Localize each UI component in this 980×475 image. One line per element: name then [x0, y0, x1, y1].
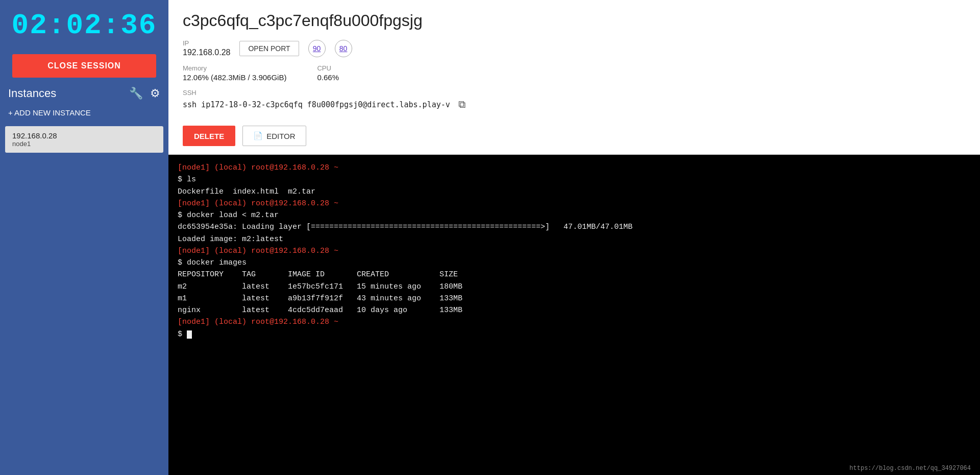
editor-button[interactable]: 📄 EDITOR: [242, 126, 306, 146]
instance-name: node1: [12, 140, 156, 148]
main-panel: c3pc6qfq_c3pc7enqf8u000fpgsjg IP 192.168…: [168, 0, 980, 475]
ssh-value: ssh ip172-18-0-32-c3pc6qfq f8u000fpgsj0@…: [183, 100, 450, 109]
terminal-line: nginx latest 4cdc5dd7eaad 10 days ago 13…: [178, 304, 971, 316]
ssh-label: SSH: [183, 89, 966, 97]
terminal[interactable]: [node1] (local) root@192.168.0.28 ~$ lsD…: [168, 155, 980, 475]
clock-display: 02:02:36: [0, 9, 168, 42]
terminal-line: dc653954e35a: Loading layer [===========…: [178, 221, 971, 233]
terminal-lines: [node1] (local) root@192.168.0.28 ~$ lsD…: [178, 162, 971, 340]
instance-title: c3pc6qfq_c3pc7enqf8u000fpgsjg: [183, 11, 966, 30]
terminal-line: [node1] (local) root@192.168.0.28 ~: [178, 245, 971, 257]
memory-block: Memory 12.06% (482.3MiB / 3.906GiB): [183, 64, 286, 82]
editor-icon: 📄: [253, 131, 263, 140]
add-new-instance-button[interactable]: + ADD NEW INSTANCE: [0, 105, 168, 123]
ip-row: IP 192.168.0.28 OPEN PORT 90 80: [183, 39, 966, 57]
terminal-line: $ docker images: [178, 257, 971, 269]
close-session-button[interactable]: CLOSE SESSION: [12, 54, 156, 78]
terminal-line: [node1] (local) root@192.168.0.28 ~: [178, 198, 971, 209]
terminal-line: $ ls: [178, 174, 971, 185]
terminal-line: REPOSITORY TAG IMAGE ID CREATED SIZE: [178, 269, 971, 280]
port-80-badge[interactable]: 80: [335, 40, 352, 57]
clock-area: 02:02:36: [0, 0, 168, 49]
memory-value: 12.06% (482.3MiB / 3.906GiB): [183, 73, 286, 82]
cpu-value: 0.66%: [317, 73, 339, 82]
settings-icon[interactable]: ⚙: [150, 87, 160, 100]
instance-item[interactable]: 192.168.0.28 node1: [5, 126, 163, 153]
info-panel: c3pc6qfq_c3pc7enqf8u000fpgsjg IP 192.168…: [168, 0, 980, 155]
terminal-line: [node1] (local) root@192.168.0.28 ~: [178, 162, 971, 174]
instance-ip: 192.168.0.28: [12, 131, 156, 140]
instances-header: Instances 🔧 ⚙: [0, 78, 168, 105]
editor-label: EDITOR: [266, 132, 295, 140]
instances-icons: 🔧 ⚙: [129, 87, 160, 100]
terminal-line: $ docker load < m2.tar: [178, 209, 971, 221]
instances-label: Instances: [8, 87, 56, 100]
ip-block: IP 192.168.0.28: [183, 39, 230, 57]
ip-value: 192.168.0.28: [183, 48, 230, 57]
copy-button[interactable]: ⧉: [455, 98, 469, 111]
ssh-value-row: ssh ip172-18-0-32-c3pc6qfq f8u000fpgsj0@…: [183, 98, 966, 111]
memory-label: Memory: [183, 64, 286, 72]
metrics-row: Memory 12.06% (482.3MiB / 3.906GiB) CPU …: [183, 64, 966, 82]
port-90-badge[interactable]: 90: [308, 40, 326, 57]
cursor: [187, 330, 192, 339]
terminal-footer: https://blog.csdn.net/qq_34927064: [849, 465, 971, 472]
terminal-line: m2 latest 1e57bc5fc171 15 minutes ago 18…: [178, 281, 971, 293]
ip-label: IP: [183, 39, 230, 47]
wrench-icon[interactable]: 🔧: [129, 87, 143, 100]
cpu-label: CPU: [317, 64, 339, 72]
sidebar: 02:02:36 CLOSE SESSION Instances 🔧 ⚙ + A…: [0, 0, 168, 475]
terminal-line: [node1] (local) root@192.168.0.28 ~: [178, 316, 971, 328]
terminal-line: m1 latest a9b13f7f912f 43 minutes ago 13…: [178, 293, 971, 304]
delete-button[interactable]: DELETE: [183, 126, 235, 146]
open-port-button[interactable]: OPEN PORT: [239, 41, 299, 56]
action-row: DELETE 📄 EDITOR: [183, 118, 966, 154]
terminal-line: Loaded image: m2:latest: [178, 233, 971, 245]
terminal-line: Dockerfile index.html m2.tar: [178, 186, 971, 198]
instance-list: 192.168.0.28 node1: [0, 123, 168, 156]
ssh-row: SSH ssh ip172-18-0-32-c3pc6qfq f8u000fpg…: [183, 89, 966, 111]
cpu-block: CPU 0.66%: [317, 64, 339, 82]
terminal-line: $: [178, 328, 971, 340]
